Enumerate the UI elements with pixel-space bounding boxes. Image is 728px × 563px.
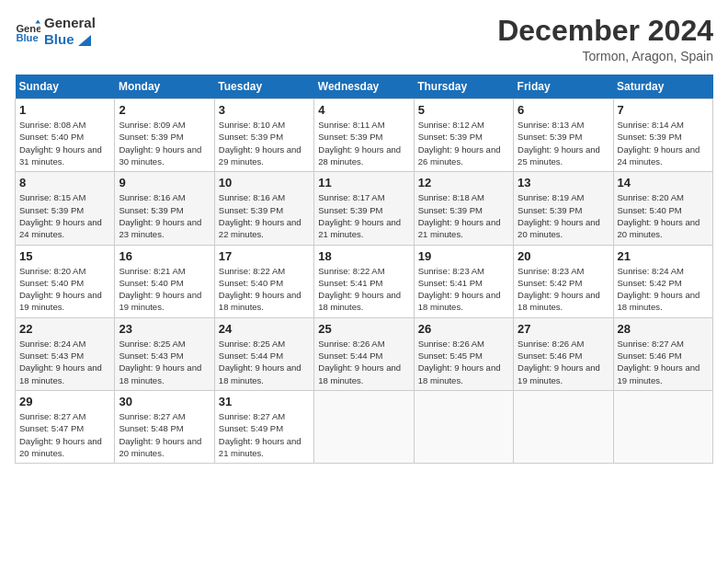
table-cell: 13 Sunrise: 8:19 AM Sunset: 5:39 PM Dayl… <box>514 172 613 245</box>
table-cell: 27 Sunrise: 8:26 AM Sunset: 5:46 PM Dayl… <box>514 317 613 390</box>
day-info: Sunrise: 8:26 AM Sunset: 5:45 PM Dayligh… <box>418 338 509 386</box>
month-title: December 2024 <box>497 15 713 47</box>
table-cell: 16 Sunrise: 8:21 AM Sunset: 5:40 PM Dayl… <box>115 245 214 317</box>
day-number: 28 <box>618 322 709 336</box>
table-cell <box>314 390 414 463</box>
day-number: 12 <box>418 176 509 190</box>
day-number: 7 <box>618 103 709 117</box>
page-container: General Blue General Blue December 2024 … <box>0 0 728 471</box>
table-cell: 20 Sunrise: 8:23 AM Sunset: 5:42 PM Dayl… <box>514 245 613 317</box>
day-number: 4 <box>318 103 409 117</box>
table-cell: 31 Sunrise: 8:27 AM Sunset: 5:49 PM Dayl… <box>214 390 313 463</box>
day-info: Sunrise: 8:18 AM Sunset: 5:39 PM Dayligh… <box>418 191 509 240</box>
table-cell: 7 Sunrise: 8:14 AM Sunset: 5:39 PM Dayli… <box>613 99 712 172</box>
day-number: 29 <box>19 395 110 408</box>
day-info: Sunrise: 8:23 AM Sunset: 5:42 PM Dayligh… <box>518 265 609 314</box>
day-number: 15 <box>19 249 110 263</box>
table-cell: 19 Sunrise: 8:23 AM Sunset: 5:41 PM Dayl… <box>414 245 513 317</box>
table-cell: 2 Sunrise: 8:09 AM Sunset: 5:39 PM Dayli… <box>115 99 214 172</box>
header-tuesday: Tuesday <box>214 75 313 99</box>
day-info: Sunrise: 8:15 AM Sunset: 5:39 PM Dayligh… <box>19 191 110 240</box>
table-cell: 14 Sunrise: 8:20 AM Sunset: 5:40 PM Dayl… <box>613 172 712 245</box>
day-number: 6 <box>518 103 609 117</box>
day-number: 27 <box>518 322 609 336</box>
location: Tormon, Aragon, Spain <box>497 49 713 63</box>
table-cell: 12 Sunrise: 8:18 AM Sunset: 5:39 PM Dayl… <box>414 172 513 245</box>
day-info: Sunrise: 8:22 AM Sunset: 5:41 PM Dayligh… <box>318 265 409 314</box>
day-number: 1 <box>19 103 110 117</box>
table-cell: 8 Sunrise: 8:15 AM Sunset: 5:39 PM Dayli… <box>16 172 115 245</box>
table-cell: 25 Sunrise: 8:26 AM Sunset: 5:44 PM Dayl… <box>314 317 414 390</box>
day-info: Sunrise: 8:12 AM Sunset: 5:39 PM Dayligh… <box>418 119 509 167</box>
day-info: Sunrise: 8:27 AM Sunset: 5:48 PM Dayligh… <box>119 410 210 459</box>
day-info: Sunrise: 8:09 AM Sunset: 5:39 PM Dayligh… <box>119 119 210 167</box>
day-info: Sunrise: 8:08 AM Sunset: 5:40 PM Dayligh… <box>19 119 110 167</box>
day-number: 20 <box>518 249 609 263</box>
svg-marker-2 <box>35 19 40 23</box>
day-info: Sunrise: 8:17 AM Sunset: 5:39 PM Dayligh… <box>318 191 409 240</box>
day-number: 23 <box>119 322 210 336</box>
header-monday: Monday <box>115 75 214 99</box>
table-cell: 29 Sunrise: 8:27 AM Sunset: 5:47 PM Dayl… <box>16 390 115 463</box>
day-info: Sunrise: 8:27 AM Sunset: 5:47 PM Dayligh… <box>19 410 110 459</box>
header-thursday: Thursday <box>414 75 513 99</box>
day-number: 21 <box>618 249 709 263</box>
logo-arrow-icon <box>78 35 91 46</box>
day-number: 5 <box>418 103 509 117</box>
day-info: Sunrise: 8:20 AM Sunset: 5:40 PM Dayligh… <box>19 265 110 314</box>
table-cell: 3 Sunrise: 8:10 AM Sunset: 5:39 PM Dayli… <box>214 99 313 172</box>
table-cell: 5 Sunrise: 8:12 AM Sunset: 5:39 PM Dayli… <box>414 99 513 172</box>
table-cell: 30 Sunrise: 8:27 AM Sunset: 5:48 PM Dayl… <box>115 390 214 463</box>
day-number: 8 <box>19 176 110 190</box>
day-info: Sunrise: 8:21 AM Sunset: 5:40 PM Dayligh… <box>119 265 210 314</box>
table-cell: 1 Sunrise: 8:08 AM Sunset: 5:40 PM Dayli… <box>16 99 115 172</box>
table-cell: 17 Sunrise: 8:22 AM Sunset: 5:40 PM Dayl… <box>214 245 313 317</box>
day-info: Sunrise: 8:19 AM Sunset: 5:39 PM Dayligh… <box>518 191 609 240</box>
day-number: 24 <box>219 322 310 336</box>
day-info: Sunrise: 8:24 AM Sunset: 5:43 PM Dayligh… <box>19 338 110 386</box>
day-info: Sunrise: 8:26 AM Sunset: 5:44 PM Dayligh… <box>318 338 409 386</box>
day-number: 9 <box>119 176 210 190</box>
header: General Blue General Blue December 2024 … <box>15 15 713 63</box>
table-cell <box>414 390 513 463</box>
day-number: 25 <box>318 322 409 336</box>
table-cell: 11 Sunrise: 8:17 AM Sunset: 5:39 PM Dayl… <box>314 172 414 245</box>
header-friday: Friday <box>514 75 613 99</box>
logo: General Blue General Blue <box>15 15 96 48</box>
day-info: Sunrise: 8:16 AM Sunset: 5:39 PM Dayligh… <box>119 191 210 240</box>
day-number: 13 <box>518 176 609 190</box>
logo-icon: General Blue <box>15 18 40 44</box>
header-row: Sunday Monday Tuesday Wednesday Thursday… <box>16 75 713 99</box>
table-cell: 26 Sunrise: 8:26 AM Sunset: 5:45 PM Dayl… <box>414 317 513 390</box>
svg-text:Blue: Blue <box>16 32 38 43</box>
day-info: Sunrise: 8:26 AM Sunset: 5:46 PM Dayligh… <box>518 338 609 386</box>
day-info: Sunrise: 8:20 AM Sunset: 5:40 PM Dayligh… <box>618 191 709 240</box>
day-number: 26 <box>418 322 509 336</box>
day-number: 16 <box>119 249 210 263</box>
day-info: Sunrise: 8:14 AM Sunset: 5:39 PM Dayligh… <box>618 119 709 167</box>
day-number: 11 <box>318 176 409 190</box>
day-number: 19 <box>418 249 509 263</box>
title-block: December 2024 Tormon, Aragon, Spain <box>497 15 713 63</box>
day-number: 14 <box>618 176 709 190</box>
header-saturday: Saturday <box>613 75 712 99</box>
day-number: 18 <box>318 249 409 263</box>
day-info: Sunrise: 8:11 AM Sunset: 5:39 PM Dayligh… <box>318 119 409 167</box>
table-cell: 28 Sunrise: 8:27 AM Sunset: 5:46 PM Dayl… <box>613 317 712 390</box>
table-cell: 21 Sunrise: 8:24 AM Sunset: 5:42 PM Dayl… <box>613 245 712 317</box>
table-cell: 15 Sunrise: 8:20 AM Sunset: 5:40 PM Dayl… <box>16 245 115 317</box>
day-number: 31 <box>219 395 310 408</box>
table-cell: 6 Sunrise: 8:13 AM Sunset: 5:39 PM Dayli… <box>514 99 613 172</box>
day-number: 2 <box>119 103 210 117</box>
day-info: Sunrise: 8:13 AM Sunset: 5:39 PM Dayligh… <box>518 119 609 167</box>
table-cell: 24 Sunrise: 8:25 AM Sunset: 5:44 PM Dayl… <box>214 317 313 390</box>
table-cell: 10 Sunrise: 8:16 AM Sunset: 5:39 PM Dayl… <box>214 172 313 245</box>
day-info: Sunrise: 8:27 AM Sunset: 5:49 PM Dayligh… <box>219 410 310 459</box>
day-number: 30 <box>119 395 210 408</box>
day-info: Sunrise: 8:24 AM Sunset: 5:42 PM Dayligh… <box>618 265 709 314</box>
calendar-table: Sunday Monday Tuesday Wednesday Thursday… <box>15 75 713 464</box>
table-cell: 4 Sunrise: 8:11 AM Sunset: 5:39 PM Dayli… <box>314 99 414 172</box>
table-cell: 22 Sunrise: 8:24 AM Sunset: 5:43 PM Dayl… <box>16 317 115 390</box>
day-number: 22 <box>19 322 110 336</box>
day-info: Sunrise: 8:23 AM Sunset: 5:41 PM Dayligh… <box>418 265 509 314</box>
